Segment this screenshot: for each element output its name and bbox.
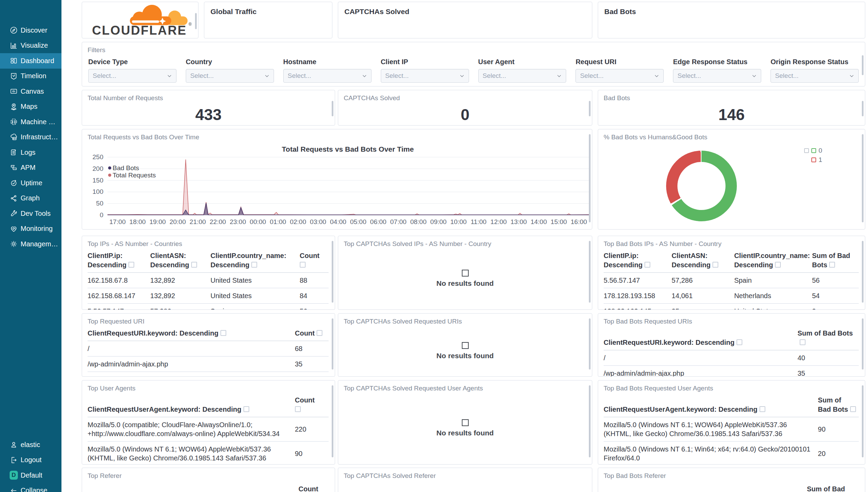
scrollbar[interactable] xyxy=(589,385,591,457)
donut-legend-item-0[interactable]: 0 xyxy=(804,146,823,155)
table-column-header[interactable]: ClientIP.country_name:Descending xyxy=(210,249,300,273)
sidebar-item-discover[interactable]: Discover xyxy=(0,23,61,38)
scrollbar[interactable] xyxy=(332,318,333,370)
scrollbar[interactable] xyxy=(332,385,333,457)
table-row: Mozilla/5.0 (compatible; CloudFlare-Alwa… xyxy=(88,417,329,442)
filter-select-device-type[interactable]: Select... xyxy=(88,69,176,83)
uptime-icon xyxy=(10,179,18,187)
svg-text:04:00: 04:00 xyxy=(330,218,346,225)
table-row: /wp-admin/admin-ajax.php35 xyxy=(604,366,859,377)
table-column-header[interactable]: Sum of Bad Bots xyxy=(798,327,859,350)
no-results-icon xyxy=(462,270,469,277)
filter-select-country[interactable]: Select... xyxy=(186,69,274,83)
sidebar-item-canvas[interactable]: Canvas xyxy=(0,84,61,99)
sidebar-item-label: Discover xyxy=(21,26,47,34)
sidebar-item-infrastructure[interactable]: Infrastructure xyxy=(0,130,61,145)
scrollbar[interactable] xyxy=(589,318,591,370)
filter-select-client-ip[interactable]: Select... xyxy=(381,69,469,83)
table-header-sum-of-bad[interactable]: Sum of Bad xyxy=(598,480,865,492)
table-column-header[interactable]: Sum of BadBots xyxy=(812,249,859,273)
scrollbar[interactable] xyxy=(332,101,333,117)
filter-select-hostname[interactable]: Select... xyxy=(283,69,372,83)
donut-legend-item-1[interactable]: 1 xyxy=(804,155,823,164)
table-row: /wp-admin/admin-ajax.php35 xyxy=(88,356,329,372)
sidebar-item-default-space[interactable]: D Default xyxy=(0,468,61,483)
table-column-header[interactable]: ClientASN:Descending xyxy=(150,249,211,273)
table-cell: 128.32.162.145 xyxy=(604,304,672,310)
sidebar-item-maps[interactable]: Maps xyxy=(0,99,61,115)
top-captcha-ips-panel: Top CAPTCHAs Solved IPs - AS Number - Co… xyxy=(338,236,592,310)
sidebar-item-timelion[interactable]: Timelion xyxy=(0,69,61,84)
sidebar-item-machine-learning[interactable]: Machine Le… xyxy=(0,114,61,130)
donut-legend: 01 xyxy=(804,146,823,164)
sort-box-icon xyxy=(775,262,781,268)
scrollbar[interactable] xyxy=(332,241,333,303)
scrollbar[interactable] xyxy=(195,13,197,29)
sidebar-item-dev-tools[interactable]: Dev Tools xyxy=(0,206,61,221)
sidebar-item-user-elastic[interactable]: elastic xyxy=(0,437,61,453)
cloudflare-logo-panel: CLOUDFLARE ® xyxy=(82,2,198,38)
table-column-header[interactable]: ClientIP.ip:Descending xyxy=(604,249,672,273)
sidebar-item-collapse[interactable]: Collapse xyxy=(0,483,61,492)
scrollbar[interactable] xyxy=(862,55,864,75)
scrollbar[interactable] xyxy=(862,318,864,370)
sidebar-item-visualize[interactable]: Visualize xyxy=(0,38,61,54)
sidebar-item-graph[interactable]: Graph xyxy=(0,191,61,206)
svg-text:05:00: 05:00 xyxy=(350,218,366,225)
legend-dot-icon xyxy=(108,174,111,177)
table-row: 5.56.57.14757,286Spain56 xyxy=(604,273,859,288)
table-column-header[interactable]: ClientIP.ip:Descending xyxy=(88,249,150,273)
scrollbar[interactable] xyxy=(862,101,864,117)
table-column-header[interactable]: Count xyxy=(295,394,329,417)
table-column-header[interactable]: Sum ofBad Bots xyxy=(818,394,859,417)
sidebar-item-logs[interactable]: Logs xyxy=(0,145,61,160)
scrollbar[interactable] xyxy=(589,241,591,303)
filter-user-agent: User AgentSelect... xyxy=(478,58,567,83)
table-column-header[interactable]: ClientASN:Descending xyxy=(672,249,734,273)
table-panel-title: Top Referer xyxy=(82,468,335,480)
scrollbar[interactable] xyxy=(862,241,864,303)
legend-item-total-requests[interactable]: Total Requests xyxy=(108,172,156,179)
sidebar-item-label: Machine Le… xyxy=(21,118,58,126)
sidebar-item-dashboard[interactable]: Dashboard xyxy=(0,53,61,69)
section-title-captchas-solved: CAPTCHAs Solved xyxy=(338,2,592,21)
top-referer-panel: Top Referer Count xyxy=(82,468,335,492)
table-column-header[interactable]: Count xyxy=(300,249,329,273)
scrollbar[interactable] xyxy=(862,385,864,457)
filter-select-user-agent[interactable]: Select... xyxy=(478,69,567,83)
svg-text:21:00: 21:00 xyxy=(190,218,206,225)
table-column-header[interactable]: ClientIP.country_name:Descending xyxy=(734,249,812,273)
data-table: ClientIP.ip:DescendingClientASN:Descendi… xyxy=(604,249,859,310)
sidebar-item-uptime[interactable]: Uptime xyxy=(0,175,61,191)
table-column-header[interactable]: Count xyxy=(295,327,329,341)
filter-select-origin-response-status[interactable]: Select... xyxy=(770,69,859,83)
chevron-down-icon xyxy=(849,73,854,79)
sidebar-item-label: Logout xyxy=(21,456,42,464)
table-column-header[interactable]: ClientRequestURI.keyword: Descending xyxy=(604,327,798,350)
logs-icon xyxy=(10,148,18,156)
table-cell: / xyxy=(88,341,295,356)
sort-box-icon xyxy=(800,339,806,345)
sidebar-item-monitoring[interactable]: Monitoring xyxy=(0,221,61,237)
chevron-down-icon xyxy=(752,73,757,79)
table-column-header[interactable]: ClientRequestUserAgent.keyword: Descendi… xyxy=(88,394,295,417)
sidebar-item-apm[interactable]: APM xyxy=(0,160,61,176)
table-column-header[interactable]: ClientRequestUserAgent.keyword: Descendi… xyxy=(604,394,818,417)
table-cell: 35 xyxy=(798,366,859,377)
sidebar-item-label: Visualize xyxy=(21,42,48,49)
monitoring-icon xyxy=(10,225,18,233)
sidebar-item-management[interactable]: Management xyxy=(0,236,61,252)
sort-box-icon xyxy=(128,262,134,268)
table-column-header[interactable]: ClientRequestURI.keyword: Descending xyxy=(88,327,295,341)
filter-select-edge-response-status[interactable]: Select... xyxy=(673,69,761,83)
svg-text:09:00: 09:00 xyxy=(430,218,447,225)
scrollbar[interactable] xyxy=(589,134,591,222)
filter-select-request-uri[interactable]: Select... xyxy=(575,69,664,83)
legend-item-bad-bots[interactable]: Bad Bots xyxy=(108,164,156,172)
sidebar-item-label: Graph xyxy=(21,194,40,202)
dashboard-page: Discover Visualize Dashboard Timelion Ca… xyxy=(0,0,868,492)
sidebar-item-logout[interactable]: Logout xyxy=(0,453,61,468)
scrollbar[interactable] xyxy=(589,101,591,117)
scrollbar[interactable] xyxy=(862,134,864,222)
table-header-count[interactable]: Count xyxy=(82,480,335,492)
